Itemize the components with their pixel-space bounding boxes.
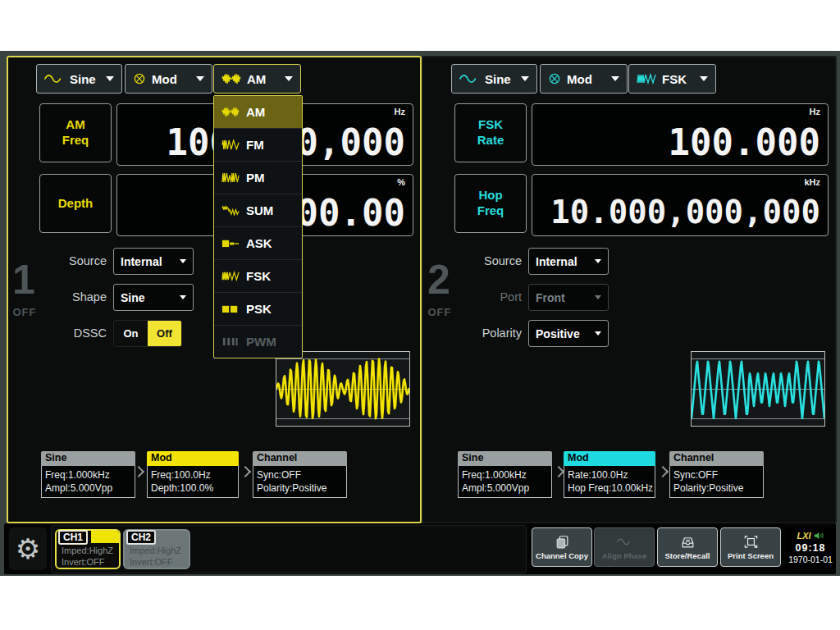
ch1-depth-button[interactable]: Depth <box>39 174 112 233</box>
card-line: Freq:1.000kHz <box>45 468 131 482</box>
menu-item-fsk[interactable]: FSK <box>214 259 302 292</box>
fm-wave-icon <box>221 139 240 150</box>
ch2-polarity-select[interactable]: Positive <box>528 320 609 347</box>
ch1-number: 1 <box>10 259 38 300</box>
ch1-channel-card[interactable]: Channel Sync:OFF Polarity:Positive <box>253 451 347 498</box>
tab-ch1[interactable]: CH1 Imped:HighZ Invert:OFF <box>55 529 121 569</box>
card-line: Sync:OFF <box>673 468 760 482</box>
ch1-source-select[interactable]: Internal <box>113 248 194 275</box>
ch1-dssc-off[interactable]: Off <box>148 321 181 346</box>
card-line: Polarity:Positive <box>673 482 760 495</box>
ch2-output-state: OFF <box>423 306 456 318</box>
screenshot-icon <box>743 534 759 550</box>
card-title: Mod <box>147 451 239 466</box>
chevron-down-icon <box>196 76 204 81</box>
channel-tabs-container: CH1 Imped:HighZ Invert:OFF CH2 Imped:Hig… <box>51 525 527 573</box>
ch2-fsk-rate-display[interactable]: Hz 100.000 <box>532 103 829 166</box>
fsk-wave-icon <box>637 73 656 84</box>
ch1-wave-label: Sine <box>70 72 96 86</box>
instrument-screen: Sine Mod AM AM Freq Hz 100.000,000 Depth… <box>0 51 840 576</box>
status-clock: LXI 09:18 1970-01-01 <box>785 527 836 568</box>
store-recall-button[interactable]: Store/Recall <box>657 527 718 567</box>
lxi-label: LXI <box>797 530 810 541</box>
ch1-modtype-select[interactable]: AM <box>213 64 301 94</box>
ch2-sine-card[interactable]: Sine Freq:1.000kHz Ampl:5.000Vpp <box>458 451 552 498</box>
ch1-mod-card[interactable]: Mod Freq:100.0Hz Depth:100.0% <box>147 451 239 498</box>
chevron-down-icon <box>180 295 186 299</box>
button-label: Store/Recall <box>665 551 710 560</box>
card-title: Sine <box>41 451 135 466</box>
ch1-shape-value: Sine <box>121 291 145 304</box>
ch1-dssc-toggle[interactable]: On Off <box>113 320 182 347</box>
chevron-down-icon <box>180 259 186 263</box>
unit-label: Hz <box>810 107 820 116</box>
chevron-right-icon <box>553 466 564 477</box>
ch2-hop-freq-button[interactable]: Hop Freq <box>454 174 527 233</box>
ch1-modtype-menu: AM FM PM SUM ASK FSK <box>213 95 303 358</box>
channel-copy-button[interactable]: Channel Copy <box>532 527 592 567</box>
menu-item-psk[interactable]: PSK <box>214 292 302 325</box>
ch1-modtype-label: AM <box>247 72 266 86</box>
ch1-wave-select[interactable]: Sine <box>36 64 122 94</box>
card-title: Sine <box>458 451 552 466</box>
ch2-mod-select[interactable]: Mod <box>540 64 628 94</box>
menu-item-pm[interactable]: PM <box>214 161 302 194</box>
ch2-fsk-rate-button[interactable]: FSK Rate <box>454 103 527 162</box>
unit-label: kHz <box>804 177 820 187</box>
ch2-source-select[interactable]: Internal <box>528 248 609 275</box>
menu-item-fm[interactable]: FM <box>214 128 302 161</box>
menu-item-label: PSK <box>246 302 272 316</box>
ch2-modtype-select[interactable]: FSK <box>628 64 716 94</box>
channel1-panel: Sine Mod AM AM Freq Hz 100.000,000 Depth… <box>7 56 422 523</box>
ch2-tab-line2: Invert:OFF <box>130 557 173 567</box>
menu-item-ask[interactable]: ASK <box>214 226 302 259</box>
ch1-shape-select[interactable]: Sine <box>113 284 194 311</box>
button-label: Channel Copy <box>536 551 588 560</box>
menu-item-label: FM <box>246 138 264 152</box>
ch1-source-value: Internal <box>121 255 162 268</box>
storage-tray-icon <box>680 534 696 550</box>
card-line: Sync:OFF <box>257 468 343 482</box>
sine-wave-icon <box>459 73 479 84</box>
menu-item-sum[interactable]: SUM <box>214 194 302 226</box>
menu-item-label: ASK <box>246 236 272 250</box>
chevron-down-icon <box>595 295 601 299</box>
ch1-sine-card[interactable]: Sine Freq:1.000kHz Ampl:5.000Vpp <box>41 451 135 498</box>
tab-ch2[interactable]: CH2 Imped:HighZ Invert:OFF <box>123 529 190 569</box>
ch2-mod-card[interactable]: Mod Rate:100.0Hz Hop Freq:10.00kHz <box>564 451 655 498</box>
ch1-tab-line1: Imped:HighZ <box>62 546 113 555</box>
ch1-am-freq-button[interactable]: AM Freq <box>39 103 112 162</box>
ch1-tab-title: CH1 <box>58 530 88 545</box>
fsk-wave-icon <box>221 271 240 281</box>
ch2-source-value: Internal <box>536 255 578 268</box>
menu-item-label: FSK <box>246 269 271 283</box>
ch1-dssc-label: DSSC <box>8 320 107 347</box>
ch1-tab-line2: Invert:OFF <box>62 557 105 567</box>
chevron-down-icon <box>106 76 114 81</box>
print-screen-button[interactable]: Print Screen <box>720 527 781 567</box>
card-line: Polarity:Positive <box>257 482 343 495</box>
ch2-mod-label: Mod <box>567 72 592 86</box>
ch2-hop-freq-display[interactable]: kHz 10.000,000,000 <box>532 174 829 236</box>
menu-item-am[interactable]: AM <box>214 96 302 128</box>
ch2-channel-card[interactable]: Channel Sync:OFF Polarity:Positive <box>669 451 764 498</box>
ch2-port-select: Front <box>528 284 609 311</box>
ch2-polarity-value: Positive <box>536 327 580 340</box>
pwm-wave-icon <box>221 336 240 347</box>
ch2-number: 2 <box>425 259 453 300</box>
fsk-waveform-plot <box>692 352 824 426</box>
button-label: Print Screen <box>728 551 774 560</box>
card-line: Freq:100.0Hz <box>151 468 235 482</box>
ch1-mod-label: Mod <box>152 72 177 86</box>
menu-item-label: PWM <box>246 335 276 349</box>
channel2-panel: Sine Mod FSK FSK Rate Hz 100.000 Hop Fre… <box>422 56 837 523</box>
card-line: Freq:1.000kHz <box>462 468 548 482</box>
ch2-wave-select[interactable]: Sine <box>451 64 537 94</box>
ch1-dssc-on[interactable]: On <box>114 321 148 346</box>
ch2-modtype-label: FSK <box>662 72 687 86</box>
ch2-hop-freq-value: 10.000,000,000 <box>550 196 820 228</box>
card-line: Hop Freq:10.00kHz <box>568 482 651 495</box>
menu-item-pwm: PWM <box>214 325 302 358</box>
settings-button[interactable]: ⚙ <box>9 527 47 570</box>
ch1-mod-select[interactable]: Mod <box>125 64 212 94</box>
